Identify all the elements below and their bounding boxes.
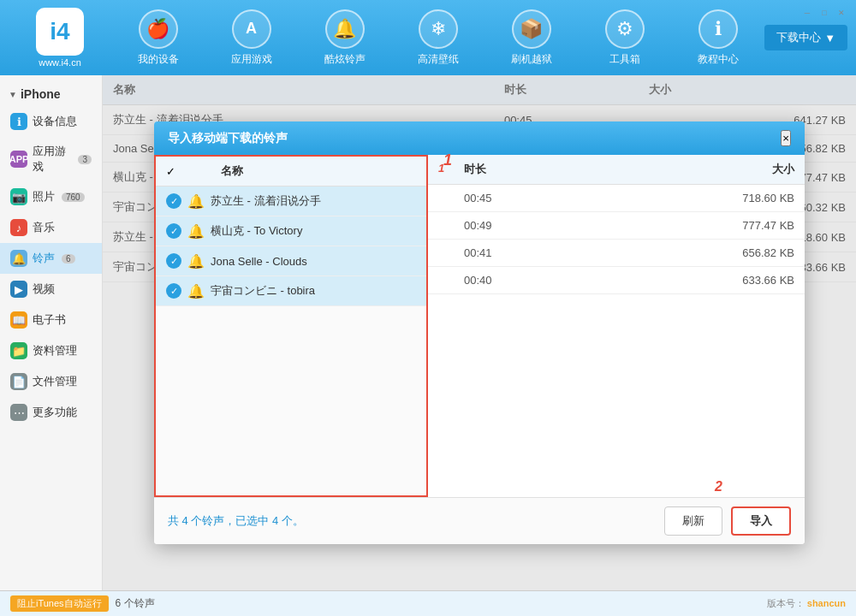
footer-buttons: 2 刷新 导入 — [664, 506, 791, 536]
sidebar-item-data-mgr[interactable]: 📁 资料管理 — [0, 335, 102, 366]
nav-app-game[interactable]: A 应用游戏 — [222, 9, 282, 67]
detail-col-sz: 656.82 KB — [709, 246, 794, 259]
sidebar-item-ebook[interactable]: 📖 电子书 — [0, 305, 102, 335]
annotation-1: 1 — [443, 151, 452, 169]
nav-icons: 🍎 我的设备 A 应用游戏 🔔 酷炫铃声 ❄ 高清壁纸 📦 刷机越狱 ⚙ 工具箱… — [111, 9, 764, 67]
modal-body: 1 ✓ 名称 ✓ 🔔 苏立生 - 流着泪说分手 ✓ 🔔 横山克 - To Vic… — [154, 155, 805, 497]
nav-app-game-icon: A — [232, 9, 271, 49]
sidebar-item-label-file-mgr: 文件管理 — [33, 374, 77, 389]
check-col-header: ✓ — [166, 165, 187, 178]
modal-close-button[interactable]: × — [781, 130, 791, 146]
modal-file-row[interactable]: ✓ 🔔 宇宙コンビニ - tobira — [156, 276, 426, 306]
check-icon: ✓ — [166, 283, 181, 299]
sidebar-item-label-photos: 照片 — [33, 189, 55, 204]
detail-col-dur: 00:49 — [464, 219, 709, 232]
modal-detail-row: 00:49 777.47 KB — [428, 212, 805, 240]
sidebar-item-music[interactable]: ♪ 音乐 — [0, 212, 102, 243]
file-name: Jona Selle - Clouds — [211, 255, 307, 268]
bell-icon: 🔔 — [188, 223, 204, 239]
check-icon: ✓ — [166, 253, 181, 269]
sidebar-item-label-more: 更多功能 — [33, 405, 77, 420]
modal-detail-row: 00:40 633.66 KB — [428, 267, 805, 294]
nav-my-device-label: 我的设备 — [138, 52, 179, 67]
detail-col-sz: 718.60 KB — [709, 192, 794, 204]
nav-jailbreak[interactable]: 📦 刷机越狱 — [502, 9, 562, 67]
detail-col-dur: 00:40 — [464, 274, 709, 287]
sidebar: ▼ iPhone ℹ 设备信息 APP 应用游戏 3 📷 照片 760 ♪ 音乐… — [0, 75, 103, 590]
sidebar-item-label-data-mgr: 资料管理 — [33, 343, 77, 358]
sidebar-item-device-info[interactable]: ℹ 设备信息 — [0, 106, 102, 137]
modal-file-row[interactable]: ✓ 🔔 Jona Selle - Clouds — [156, 246, 426, 276]
modal-file-list: 1 ✓ 名称 ✓ 🔔 苏立生 - 流着泪说分手 ✓ 🔔 横山克 - To Vic… — [154, 155, 428, 497]
sidebar-item-file-mgr[interactable]: 📄 文件管理 — [0, 366, 102, 397]
nav-tools-label: 工具箱 — [609, 52, 640, 67]
nav-ringtone[interactable]: 🔔 酷炫铃声 — [315, 9, 375, 67]
nav-ringtone-icon: 🔔 — [325, 9, 365, 49]
nav-my-device-icon: 🍎 — [139, 9, 178, 49]
nav-tutorial[interactable]: ℹ 教程中心 — [688, 9, 748, 67]
nav-jailbreak-label: 刷机越狱 — [511, 52, 552, 67]
detail-col-sz: 777.47 KB — [709, 219, 794, 232]
sidebar-device-header[interactable]: ▼ iPhone — [0, 82, 102, 106]
nav-wallpaper[interactable]: ❄ 高清壁纸 — [408, 9, 468, 67]
detail-col-dur: 00:41 — [464, 246, 709, 259]
check-icon: ✓ — [166, 193, 181, 209]
detail-col-dur: 00:45 — [464, 192, 709, 204]
modal-file-row[interactable]: ✓ 🔔 苏立生 - 流着泪说分手 — [156, 187, 426, 216]
nav-tools[interactable]: ⚙ 工具箱 — [595, 9, 655, 67]
more-icon: ⋯ — [10, 404, 27, 421]
nav-ringtone-label: 酷炫铃声 — [324, 52, 366, 67]
logo-text: i4 — [50, 18, 69, 45]
footer-status: 共 4 个铃声，已选中 4 个。 — [168, 513, 304, 529]
sidebar-item-photos[interactable]: 📷 照片 760 — [0, 181, 102, 212]
top-bar: ─ □ ✕ i4 www.i4.cn 🍎 我的设备 A 应用游戏 🔔 酷炫铃声 … — [0, 0, 856, 75]
sidebar-item-label-video: 视频 — [33, 281, 55, 297]
import-button[interactable]: 导入 — [731, 506, 791, 536]
nav-tutorial-label: 教程中心 — [698, 52, 739, 67]
ebook-icon: 📖 — [10, 311, 27, 329]
modal-footer: 共 4 个铃声，已选中 4 个。 2 刷新 导入 — [154, 497, 805, 544]
import-modal: 导入移动端下载的铃声 × 1 ✓ 名称 ✓ 🔔 苏立生 - 流着泪说分手 ✓ — [154, 121, 805, 544]
modal-detail-header: 1 时长 大小 — [428, 155, 805, 185]
modal-detail-row: 00:41 656.82 KB — [428, 240, 805, 267]
download-center-button[interactable]: 下载中心 ▼ — [764, 25, 847, 50]
footer-status-text: 共 4 个铃声，已选中 4 个。 — [168, 514, 304, 527]
ringtone-icon: 🔔 — [10, 250, 27, 267]
check-icon: ✓ — [166, 223, 181, 239]
photos-badge: 760 — [62, 192, 85, 202]
logo-area: i4 www.i4.cn — [9, 8, 111, 68]
sidebar-item-app-game[interactable]: APP 应用游戏 3 — [0, 137, 102, 181]
modal-file-rows: ✓ 🔔 苏立生 - 流着泪说分手 ✓ 🔔 横山克 - To Victory ✓ … — [156, 187, 426, 306]
sidebar-item-ringtone[interactable]: 🔔 铃声 6 — [0, 243, 102, 274]
sidebar-item-more[interactable]: ⋯ 更多功能 — [0, 397, 102, 428]
statusbar-right: 版本号： shancun — [767, 597, 846, 610]
stop-itunes-button[interactable]: 阻止iTunes自动运行 — [10, 595, 109, 612]
sidebar-item-video[interactable]: ▶ 视频 — [0, 274, 102, 305]
modal-detail-row: 00:45 718.60 KB — [428, 185, 805, 212]
nav-app-game-label: 应用游戏 — [231, 52, 272, 67]
modal-title: 导入移动端下载的铃声 — [168, 131, 288, 146]
modal-file-row[interactable]: ✓ 🔔 横山克 - To Victory — [156, 216, 426, 246]
maximize-icon[interactable]: □ — [818, 7, 830, 19]
music-icon: ♪ — [10, 219, 27, 236]
nav-wallpaper-icon: ❄ — [419, 9, 458, 49]
ringtone-count: 6 个铃声 — [116, 596, 155, 611]
minimize-icon[interactable]: ─ — [801, 7, 813, 19]
photos-icon: 📷 — [10, 188, 27, 205]
annotation-2: 2 — [715, 479, 722, 495]
close-icon[interactable]: ✕ — [835, 7, 847, 19]
video-icon: ▶ — [10, 281, 27, 298]
nav-my-device[interactable]: 🍎 我的设备 — [128, 9, 188, 67]
data-mgr-icon: 📁 — [10, 342, 27, 359]
sidebar-item-label-app-game: 应用游戏 — [33, 144, 71, 175]
col-sz-header-right: 大小 — [709, 162, 794, 177]
bell-icon: 🔔 — [188, 193, 204, 209]
bell-icon: 🔔 — [188, 253, 204, 269]
version-label: 版本号： — [767, 598, 805, 608]
col-dur-header-right: 时长 — [464, 162, 709, 177]
app-game-badge: 3 — [78, 155, 92, 164]
app-game-icon: APP — [10, 151, 27, 168]
file-name: 宇宙コンビニ - tobira — [211, 283, 315, 299]
device-name: iPhone — [21, 87, 61, 101]
refresh-button[interactable]: 刷新 — [664, 506, 722, 536]
